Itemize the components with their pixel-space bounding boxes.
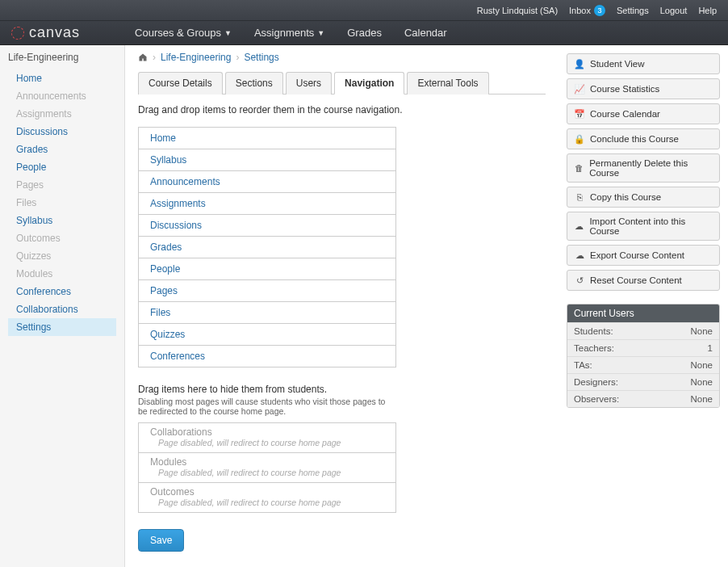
home-icon[interactable] <box>138 52 148 62</box>
logout-link[interactable]: Logout <box>660 6 688 15</box>
nav-item-syllabus[interactable]: Syllabus <box>139 149 395 171</box>
user-role: TAs: <box>574 360 592 370</box>
chevron-down-icon: ▼ <box>317 29 324 37</box>
user-row-teachers: Teachers:1 <box>567 339 719 356</box>
panel-title: Current Users <box>567 304 719 322</box>
nav-item-people[interactable]: People <box>139 258 395 280</box>
action-reset-course-content[interactable]: ↺Reset Course Content <box>567 270 720 291</box>
action-label: Reset Course Content <box>590 275 682 285</box>
user-count: None <box>691 326 713 336</box>
chevron-down-icon: ▼ <box>224 29 232 37</box>
crumb-settings[interactable]: Settings <box>244 52 278 63</box>
settings-link[interactable]: Settings <box>617 6 649 15</box>
disabled-item-title: Collaborations <box>150 426 384 438</box>
course-title[interactable]: Life-Engineering <box>0 48 124 66</box>
nav-item-discussions[interactable]: Discussions <box>139 215 395 237</box>
tab-sections[interactable]: Sections <box>225 72 283 94</box>
sidebar-item-collaborations[interactable]: Collaborations <box>8 300 116 318</box>
user-name[interactable]: Rusty Lindquist (SA) <box>477 6 558 15</box>
nav-assignments[interactable]: Assignments▼ <box>254 27 324 39</box>
sidebar-item-quizzes[interactable]: Quizzes <box>8 247 116 265</box>
disabled-item-subtext: Page disabled, will redirect to course h… <box>150 438 384 447</box>
sidebar-item-outcomes[interactable]: Outcomes <box>8 229 116 247</box>
canvas-logo-icon <box>11 27 24 40</box>
nav-item-conferences[interactable]: Conferences <box>139 346 395 368</box>
sidebar-item-people[interactable]: People <box>8 158 116 176</box>
help-link[interactable]: Help <box>698 6 717 15</box>
user-row-students: Students:None <box>567 322 719 339</box>
nav-item-pages[interactable]: Pages <box>139 280 395 302</box>
nav-item-quizzes[interactable]: Quizzes <box>139 324 395 346</box>
nav-grades[interactable]: Grades <box>347 27 382 39</box>
sidebar-item-files[interactable]: Files <box>8 194 116 212</box>
student-view-icon: 👤 <box>574 58 585 69</box>
copy-icon: ⎘ <box>574 191 585 203</box>
action-course-calendar[interactable]: 📅Course Calendar <box>567 103 720 124</box>
crumb-course[interactable]: Life-Engineering <box>161 52 231 63</box>
action-label: Student View <box>590 59 645 69</box>
disabled-item-subtext: Page disabled, will redirect to course h… <box>150 468 384 477</box>
nav-item-announcements[interactable]: Announcements <box>139 171 395 193</box>
user-row-designers: Designers:None <box>567 373 719 390</box>
disabled-nav-list[interactable]: CollaborationsPage disabled, will redire… <box>138 422 396 513</box>
sidebar-item-assignments[interactable]: Assignments <box>8 105 116 123</box>
sidebar-item-discussions[interactable]: Discussions <box>8 123 116 141</box>
action-student-view[interactable]: 👤Student View <box>567 53 720 74</box>
nav-courses[interactable]: Courses & Groups▼ <box>135 27 232 39</box>
right-column: 👤Student View📈Course Statistics📅Course C… <box>559 45 728 567</box>
action-label: Conclude this Course <box>590 134 679 144</box>
disabled-item-outcomes[interactable]: OutcomesPage disabled, will redirect to … <box>139 483 395 513</box>
action-label: Copy this Course <box>590 192 661 202</box>
sidebar-item-settings[interactable]: Settings <box>8 318 116 336</box>
hide-subtext: Disabling most pages will cause students… <box>138 397 396 416</box>
save-button[interactable]: Save <box>138 529 184 552</box>
sidebar-item-conferences[interactable]: Conferences <box>8 283 116 300</box>
logo[interactable]: canvas <box>11 24 80 41</box>
user-role: Students: <box>574 326 613 336</box>
disabled-item-collaborations[interactable]: CollaborationsPage disabled, will redire… <box>139 423 395 453</box>
enabled-nav-list[interactable]: HomeSyllabusAnnouncementsAssignmentsDisc… <box>138 127 396 368</box>
action-copy-this-course[interactable]: ⎘Copy this Course <box>567 187 720 208</box>
user-count: None <box>691 360 713 370</box>
tab-users[interactable]: Users <box>286 72 332 94</box>
action-label: Export Course Content <box>590 250 684 260</box>
nav-item-home[interactable]: Home <box>139 128 395 149</box>
user-role: Observers: <box>574 394 619 404</box>
tab-course-details[interactable]: Course Details <box>138 72 223 94</box>
nav-calendar[interactable]: Calendar <box>404 27 447 39</box>
user-row-observers: Observers:None <box>567 390 719 407</box>
settings-tabs: Course Details Sections Users Navigation… <box>138 71 546 94</box>
action-course-statistics[interactable]: 📈Course Statistics <box>567 78 720 99</box>
calendar-icon: 📅 <box>574 108 585 120</box>
sidebar-item-pages[interactable]: Pages <box>8 176 116 194</box>
action-conclude-this-course[interactable]: 🔒Conclude this Course <box>567 128 720 149</box>
disabled-item-title: Outcomes <box>150 486 384 498</box>
breadcrumb-sep: › <box>236 52 239 63</box>
brand-name: canvas <box>29 24 80 41</box>
course-sidebar: Life-Engineering HomeAnnouncementsAssign… <box>0 45 125 567</box>
disabled-item-title: Modules <box>150 456 384 468</box>
nav-item-files[interactable]: Files <box>139 302 395 324</box>
sidebar-item-modules[interactable]: Modules <box>8 265 116 283</box>
action-import-content-into-this-course[interactable]: ☁Import Content into this Course <box>567 212 720 241</box>
disabled-item-modules[interactable]: ModulesPage disabled, will redirect to c… <box>139 453 395 483</box>
nav-item-grades[interactable]: Grades <box>139 237 395 258</box>
sidebar-item-home[interactable]: Home <box>8 69 116 87</box>
nav-item-assignments[interactable]: Assignments <box>139 193 395 215</box>
action-label: Course Calendar <box>590 109 660 119</box>
tab-navigation[interactable]: Navigation <box>334 72 404 94</box>
util-bar: Rusty Lindquist (SA) Inbox 3 Settings Lo… <box>0 0 728 21</box>
action-export-course-content[interactable]: ☁Export Course Content <box>567 245 720 266</box>
hide-instruction: Drag items here to hide them from studen… <box>138 384 546 395</box>
user-role: Designers: <box>574 377 618 387</box>
sidebar-item-grades[interactable]: Grades <box>8 141 116 158</box>
main-content: › Life-Engineering › Settings Course Det… <box>125 45 559 567</box>
inbox-link[interactable]: Inbox 3 <box>569 5 605 16</box>
action-permanently-delete-this-course[interactable]: 🗑Permanently Delete this Course <box>567 153 720 183</box>
main-nav: canvas Courses & Groups▼ Assignments▼ Gr… <box>0 21 728 45</box>
action-label: Permanently Delete this Course <box>589 158 713 178</box>
tab-external-tools[interactable]: External Tools <box>407 72 488 94</box>
inbox-badge: 3 <box>594 5 605 16</box>
sidebar-item-syllabus[interactable]: Syllabus <box>8 212 116 229</box>
sidebar-item-announcements[interactable]: Announcements <box>8 87 116 105</box>
